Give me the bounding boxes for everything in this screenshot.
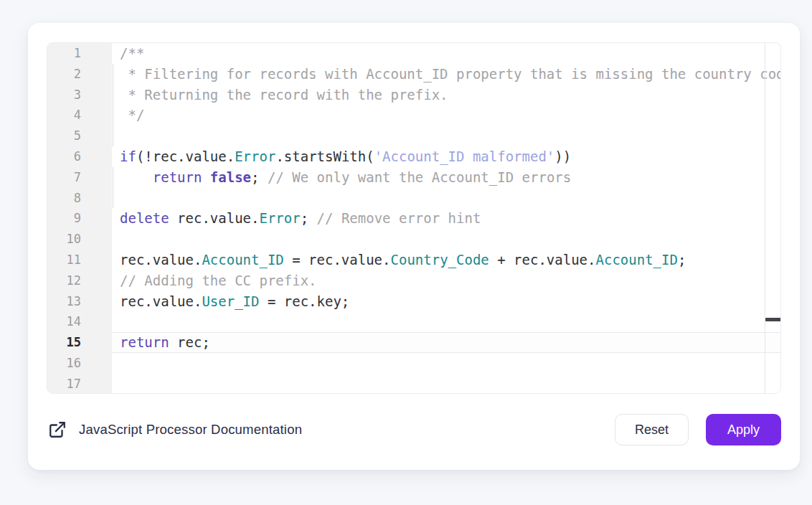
code-line[interactable]: // Adding the CC prefix. [112,270,780,291]
code-token: rec.value. [120,293,202,309]
code-token: * Returning the record with the prefix. [120,87,448,103]
code-token: rec.value. [169,210,260,226]
processor-card: 1234567891011121314151617 /** * Filterin… [28,23,800,470]
code-token: delete [120,210,169,226]
code-token: false [210,169,251,185]
external-link-icon [48,420,67,439]
code-token: return [153,169,202,185]
line-number[interactable]: 2 [47,64,81,85]
code-line[interactable]: delete rec.value.Error; // Remove error … [112,208,780,229]
code-token: = rec.key; [259,293,349,309]
code-token: = rec.value. [284,252,391,268]
line-number[interactable]: 12 [47,270,81,291]
line-number[interactable]: 9 [47,208,81,229]
line-number[interactable]: 11 [47,250,81,270]
apply-button[interactable]: Apply [706,414,781,445]
reset-button[interactable]: Reset [615,414,689,445]
code-token: + rec.value. [489,252,596,268]
code-line[interactable] [112,374,780,394]
code-token: /** [120,45,144,61]
code-token [202,169,209,185]
code-line[interactable]: if(!rec.value.Error.startsWith('Account_… [112,146,780,167]
code-line[interactable]: return false; // We only want the Accoun… [112,167,780,188]
line-number[interactable]: 6 [47,146,81,167]
line-number[interactable]: 13 [47,291,81,312]
code-token: Account_ID [202,252,283,268]
line-number[interactable]: 16 [47,353,81,374]
code-token: // We only want the Account_ID errors [268,169,571,185]
code-line[interactable] [112,229,780,250]
line-number[interactable]: 1 [47,43,81,64]
code-token: User_ID [202,293,259,309]
line-number[interactable]: 7 [47,167,81,188]
code-line[interactable] [112,311,780,332]
line-number[interactable]: 10 [47,229,81,250]
code-token: */ [120,107,144,123]
code-line[interactable]: return rec; [112,332,780,353]
line-number[interactable]: 4 [47,105,81,126]
code-line[interactable] [112,188,780,209]
line-number[interactable]: 17 [47,374,81,394]
code-line[interactable]: * Filtering for records with Account_ID … [112,64,780,85]
line-number[interactable]: 8 [47,188,81,209]
code-line[interactable]: rec.value.Account_ID = rec.value.Country… [112,250,780,270]
scrollbar-track-line [765,43,765,393]
line-number[interactable]: 5 [47,126,81,146]
code-token: (!rec.value. [136,148,235,164]
code-line[interactable]: rec.value.User_ID = rec.key; [112,291,780,312]
line-number-gutter[interactable]: 1234567891011121314151617 [47,43,112,393]
documentation-link-label: JavaScript Processor Documentation [79,422,302,438]
line-number[interactable]: 14 [47,311,81,332]
code-line[interactable]: /** [112,43,780,64]
action-buttons: Reset Apply [615,414,781,445]
footer-bar: JavaScript Processor Documentation Reset… [48,408,781,451]
scrollbar-thumb[interactable] [765,318,781,321]
code-token: rec.value. [120,252,202,268]
code-token: rec; [169,334,210,350]
line-number[interactable]: 3 [47,85,81,105]
code-token: Account_ID [596,252,678,268]
code-line[interactable]: * Returning the record with the prefix. [112,85,780,105]
code-token: 'Account_ID malformed' [374,148,555,164]
code-token: Error [259,210,300,226]
code-token: // Adding the CC prefix. [120,273,317,288]
code-token: ; [251,169,268,185]
code-line[interactable]: */ [112,105,780,126]
code-line[interactable] [112,126,780,146]
code-token: Country_Code [391,252,489,268]
code-token [120,169,153,185]
code-token: )) [554,148,571,164]
documentation-link[interactable]: JavaScript Processor Documentation [48,420,302,439]
line-number[interactable]: 15 [47,332,81,353]
code-token: .startsWith( [275,148,374,164]
code-token: ; [678,252,686,268]
code-token: return [120,334,169,350]
code-editor[interactable]: 1234567891011121314151617 /** * Filterin… [47,42,781,394]
code-token: ; [301,210,317,226]
code-content[interactable]: /** * Filtering for records with Account… [112,43,780,393]
code-token: if [120,148,136,164]
code-token: * Filtering for records with Account_ID … [120,66,781,82]
code-token: // Remove error hint [317,210,481,226]
code-token: Error [235,148,275,164]
code-line[interactable] [112,353,780,374]
